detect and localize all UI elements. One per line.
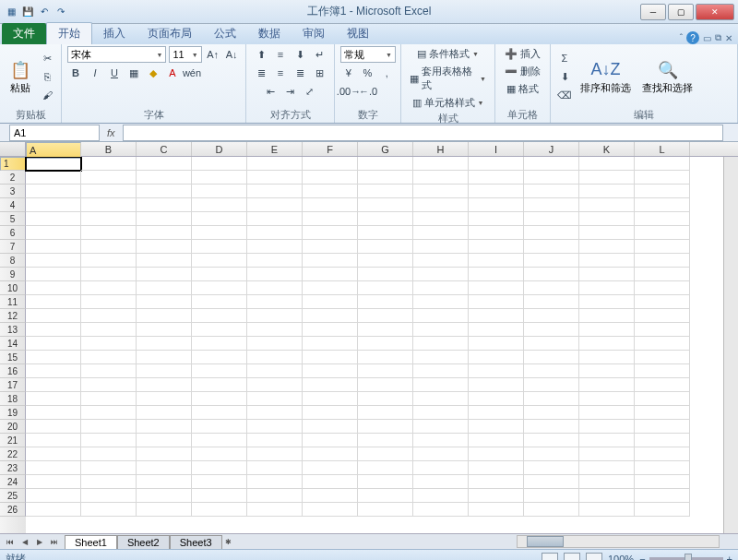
cell[interactable] <box>26 323 81 337</box>
cell[interactable] <box>469 309 524 323</box>
cell[interactable] <box>247 309 303 323</box>
cell[interactable] <box>192 337 247 351</box>
tab-formulas[interactable]: 公式 <box>203 23 247 44</box>
cell[interactable] <box>137 157 192 171</box>
cell[interactable] <box>192 406 247 420</box>
cell[interactable] <box>413 420 469 434</box>
underline-button[interactable]: U <box>106 65 123 81</box>
fill-icon[interactable]: ⬇ <box>556 68 573 85</box>
row-header[interactable]: 18 <box>0 392 26 406</box>
cell[interactable] <box>26 226 81 240</box>
cell[interactable] <box>413 461 469 475</box>
cell[interactable] <box>81 171 137 185</box>
cell[interactable] <box>192 364 247 378</box>
column-header[interactable]: K <box>579 142 635 156</box>
cell[interactable] <box>303 461 358 475</box>
cell[interactable] <box>579 351 635 364</box>
border-icon[interactable]: ▦ <box>125 65 142 81</box>
cell[interactable] <box>358 461 413 475</box>
cell[interactable] <box>137 268 192 281</box>
cell[interactable] <box>579 406 635 420</box>
cell[interactable] <box>303 392 358 406</box>
find-select-button[interactable]: 🔍 查找和选择 <box>638 57 696 97</box>
cell[interactable] <box>26 378 81 392</box>
cell[interactable] <box>137 489 192 503</box>
cell[interactable] <box>635 254 690 268</box>
tab-page-layout[interactable]: 页面布局 <box>137 23 203 44</box>
cell[interactable] <box>26 489 81 503</box>
cell[interactable] <box>247 420 303 434</box>
undo-icon[interactable]: ↶ <box>37 5 52 19</box>
formula-input[interactable] <box>123 125 723 141</box>
cell[interactable] <box>303 503 358 517</box>
cell[interactable] <box>579 378 635 392</box>
cell[interactable] <box>524 351 579 364</box>
cell[interactable] <box>247 268 303 281</box>
align-middle-icon[interactable]: ≡ <box>272 46 289 63</box>
cell[interactable] <box>635 447 690 461</box>
cell[interactable] <box>469 281 524 295</box>
align-bottom-icon[interactable]: ⬇ <box>292 46 308 63</box>
cell[interactable] <box>192 157 247 171</box>
cell[interactable] <box>524 212 579 226</box>
cell[interactable] <box>635 434 690 447</box>
cell[interactable] <box>358 475 413 489</box>
cell[interactable] <box>469 392 524 406</box>
cell[interactable] <box>469 378 524 392</box>
cell[interactable] <box>26 337 81 351</box>
cell[interactable] <box>192 281 247 295</box>
cell[interactable] <box>635 295 690 309</box>
cell[interactable] <box>579 475 635 489</box>
cell[interactable] <box>524 254 579 268</box>
cell[interactable] <box>469 254 524 268</box>
cell[interactable] <box>579 157 635 171</box>
zoom-in-icon[interactable]: + <box>727 554 732 561</box>
cell[interactable] <box>247 434 303 447</box>
row-header[interactable]: 20 <box>0 420 26 434</box>
cell[interactable] <box>469 364 524 378</box>
column-header[interactable]: E <box>247 142 303 156</box>
cell[interactable] <box>137 434 192 447</box>
currency-icon[interactable]: ¥ <box>340 65 357 81</box>
cell[interactable] <box>247 254 303 268</box>
cell[interactable] <box>469 157 524 171</box>
row-header[interactable]: 1 <box>0 157 26 171</box>
name-box[interactable]: A1 <box>9 125 100 141</box>
cell[interactable] <box>358 489 413 503</box>
cell[interactable] <box>524 392 579 406</box>
cell[interactable] <box>303 489 358 503</box>
cell[interactable] <box>26 185 81 198</box>
cell[interactable] <box>635 337 690 351</box>
prev-sheet-icon[interactable]: ◀ <box>18 535 31 548</box>
page-layout-view-icon[interactable] <box>564 553 580 561</box>
help-caret-icon[interactable]: ˆ <box>680 33 683 43</box>
cell[interactable] <box>413 212 469 226</box>
cell[interactable] <box>81 406 137 420</box>
cell[interactable] <box>358 309 413 323</box>
cell[interactable] <box>524 309 579 323</box>
cell[interactable] <box>579 489 635 503</box>
minimize-button[interactable]: ─ <box>640 4 666 20</box>
cell[interactable] <box>469 323 524 337</box>
cell[interactable] <box>635 281 690 295</box>
cell[interactable] <box>192 226 247 240</box>
align-top-icon[interactable]: ⬆ <box>253 46 269 63</box>
cell[interactable] <box>81 226 137 240</box>
save-icon[interactable]: 💾 <box>20 5 35 19</box>
cell[interactable] <box>579 337 635 351</box>
cell[interactable] <box>413 198 469 212</box>
cell[interactable] <box>413 434 469 447</box>
cell[interactable] <box>192 254 247 268</box>
cell[interactable] <box>469 268 524 281</box>
cell[interactable] <box>81 198 137 212</box>
cell[interactable] <box>192 503 247 517</box>
cell[interactable] <box>579 226 635 240</box>
cell[interactable] <box>26 434 81 447</box>
cell[interactable] <box>358 281 413 295</box>
align-left-icon[interactable]: ≣ <box>253 65 269 81</box>
cell[interactable] <box>137 461 192 475</box>
cell[interactable] <box>635 323 690 337</box>
cell[interactable] <box>81 489 137 503</box>
zoom-out-icon[interactable]: − <box>639 554 645 561</box>
cell[interactable] <box>247 157 303 171</box>
